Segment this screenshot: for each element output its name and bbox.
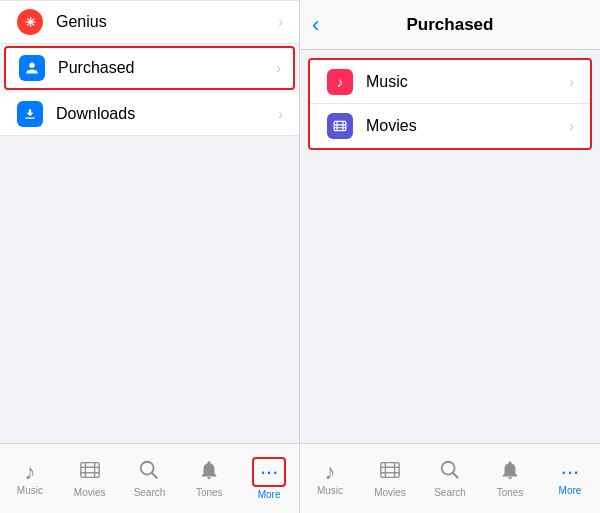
svg-rect-7: [334, 121, 346, 130]
more-tab-label: More: [258, 489, 281, 500]
tab-music-left[interactable]: ♪ Music: [0, 461, 60, 496]
tab-tones-left[interactable]: Tones: [179, 459, 239, 498]
tones-tab-icon: [198, 459, 220, 485]
tones-tab-label: Tones: [196, 487, 223, 498]
purchased-label: Purchased: [58, 59, 276, 77]
movies-tab-icon: [79, 459, 101, 485]
search-tab-icon: [138, 459, 160, 485]
left-panel: ✳ Genius › Purchased ›: [0, 0, 300, 513]
svg-point-5: [141, 462, 154, 475]
music-item-label: Music: [366, 73, 569, 91]
right-header: ‹ Purchased: [300, 0, 600, 50]
svg-rect-0: [81, 463, 99, 478]
tab-movies-left[interactable]: Movies: [60, 459, 120, 498]
search-tab-label: Search: [134, 487, 166, 498]
tab-music-right[interactable]: ♪ Music: [300, 461, 360, 496]
movies-rtab-label: Movies: [374, 487, 406, 498]
movies-item-label: Movies: [366, 117, 569, 135]
left-list-section: ✳ Genius › Purchased ›: [0, 0, 299, 443]
downloads-label: Downloads: [56, 105, 278, 123]
search-rtab-label: Search: [434, 487, 466, 498]
back-button[interactable]: ‹: [312, 12, 319, 38]
right-panel: ‹ Purchased ♪ Music ›: [300, 0, 600, 513]
genius-icon: ✳: [16, 8, 44, 36]
list-item-genius[interactable]: ✳ Genius ›: [0, 0, 299, 44]
music-rtab-icon: ♪: [325, 461, 336, 483]
right-list-item-movies[interactable]: Movies ›: [310, 104, 590, 148]
music-movies-group: ♪ Music ›: [308, 58, 592, 150]
tab-movies-right[interactable]: Movies: [360, 459, 420, 498]
tab-search-right[interactable]: Search: [420, 459, 480, 498]
music-tab-label: Music: [17, 485, 43, 496]
tones-rtab-label: Tones: [497, 487, 524, 498]
tones-rtab-icon: [499, 459, 521, 485]
list-item-downloads[interactable]: Downloads ›: [0, 92, 299, 136]
music-item-chevron-icon: ›: [569, 74, 574, 90]
right-panel-title: Purchased: [407, 15, 494, 35]
movies-tab-label: Movies: [74, 487, 106, 498]
left-tab-bar: ♪ Music Movies Search: [0, 443, 299, 513]
right-list-item-music[interactable]: ♪ Music ›: [310, 60, 590, 104]
more-tab-icon: ···: [260, 459, 278, 484]
purchased-chevron-icon: ›: [276, 60, 281, 76]
music-rtab-label: Music: [317, 485, 343, 496]
tab-more-right[interactable]: ··· More: [540, 461, 600, 496]
more-rtab-icon: ···: [561, 461, 579, 483]
svg-rect-12: [381, 463, 399, 478]
svg-line-6: [152, 473, 158, 479]
svg-point-17: [442, 462, 455, 475]
right-tab-bar: ♪ Music Movies Search: [300, 443, 600, 513]
downloads-icon: [16, 100, 44, 128]
search-rtab-icon: [439, 459, 461, 485]
downloads-chevron-icon: ›: [278, 106, 283, 122]
genius-chevron-icon: ›: [278, 14, 283, 30]
genius-label: Genius: [56, 13, 278, 31]
music-item-icon: ♪: [326, 68, 354, 96]
purchased-icon: [18, 54, 46, 82]
more-rtab-label: More: [559, 485, 582, 496]
music-tab-icon: ♪: [24, 461, 35, 483]
right-list-section: ♪ Music ›: [300, 50, 600, 443]
tab-tones-right[interactable]: Tones: [480, 459, 540, 498]
movies-rtab-icon: [379, 459, 401, 485]
movies-item-chevron-icon: ›: [569, 118, 574, 134]
movies-item-icon: [326, 112, 354, 140]
list-item-purchased[interactable]: Purchased ›: [4, 46, 295, 90]
tab-more-left[interactable]: ··· More: [239, 457, 299, 500]
tab-search-left[interactable]: Search: [120, 459, 180, 498]
svg-line-18: [453, 473, 459, 479]
